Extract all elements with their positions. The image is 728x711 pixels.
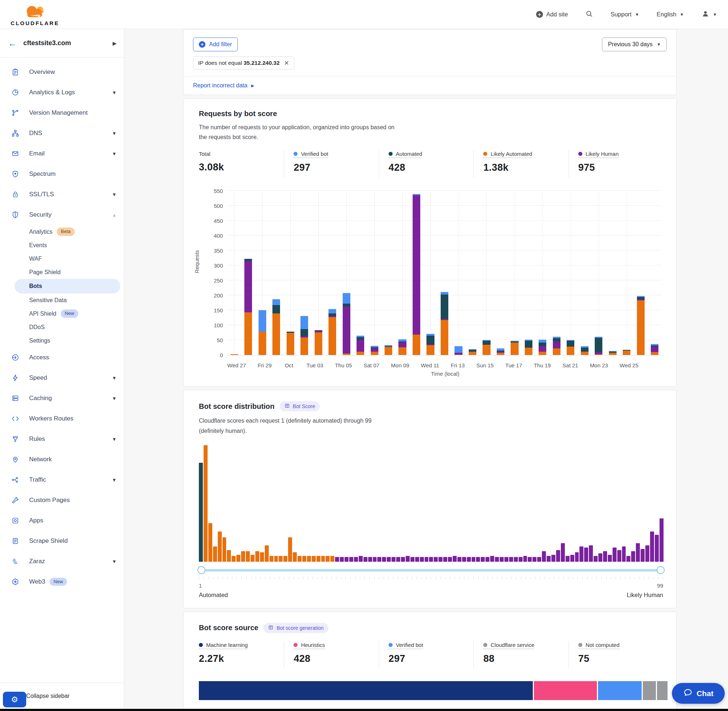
sidebar-item-waf[interactable]: WAF [0, 252, 124, 266]
bar-segment-likely-automated[interactable] [455, 355, 462, 356]
score-range-slider[interactable] [199, 566, 663, 574]
stat-label[interactable]: Machine learning [199, 642, 248, 649]
histogram-bar-score-11[interactable] [246, 551, 250, 562]
add-filter-button[interactable]: + Add filter [193, 37, 238, 51]
bar-sun-15[interactable] [480, 191, 493, 355]
histogram-bar-score-47[interactable] [415, 557, 419, 562]
histogram-bar-score-52[interactable] [439, 557, 443, 562]
histogram-bar-score-2[interactable] [204, 445, 208, 562]
bar-segment-automated[interactable] [567, 341, 574, 347]
histogram-bar-score-61[interactable] [481, 557, 485, 562]
bar-segment-automated[interactable] [553, 338, 561, 342]
sidebar-item-bots[interactable]: Bots [15, 279, 120, 294]
bar-segment-likely-automated[interactable] [637, 300, 645, 355]
histogram-bar-score-38[interactable] [373, 557, 377, 562]
bar-segment-automated[interactable] [525, 341, 532, 348]
sidebar-item-analytics-logs[interactable]: Analytics & Logs▼ [0, 82, 124, 103]
bar-segment-likely-automated[interactable] [230, 354, 238, 355]
bar-segment-likely-automated[interactable] [427, 345, 434, 355]
bar-segment-likely-automated[interactable] [609, 353, 617, 356]
bar-segment-likely-automated[interactable] [343, 354, 350, 355]
bar-segment-verified-bot[interactable] [258, 310, 266, 332]
bar-day-10[interactable] [353, 191, 367, 355]
bar-segment-likely-human[interactable] [413, 195, 420, 335]
histogram-bar-score-87[interactable] [603, 551, 607, 562]
requests-bar-chart[interactable]: Requests 0501001502002503003504004505005… [199, 186, 663, 369]
bar-day-18[interactable] [465, 191, 479, 355]
bar-segment-verified-bot[interactable] [539, 340, 546, 342]
histogram-bar-score-23[interactable] [302, 556, 306, 562]
histogram-bar-score-70[interactable] [523, 556, 527, 562]
bar-sat-07[interactable] [368, 191, 381, 355]
histogram-bar-score-35[interactable] [359, 556, 363, 562]
sidebar-item-api-shield[interactable]: API ShieldNew [0, 307, 124, 320]
histogram-bar-score-72[interactable] [532, 557, 536, 562]
bar-segment-verified-bot[interactable] [455, 346, 462, 353]
histogram-bar-score-32[interactable] [344, 557, 348, 562]
stat-label[interactable]: Likely Automated [483, 151, 532, 158]
bar-segment-likely-automated[interactable] [651, 352, 659, 355]
back-arrow-icon[interactable]: ← [8, 39, 17, 48]
histogram-bar-score-7[interactable] [227, 550, 231, 562]
bar-segment-likely-automated[interactable] [595, 354, 602, 355]
sidebar-item-traffic[interactable]: Traffic▼ [0, 470, 124, 490]
sidebar-item-rules[interactable]: Rules▼ [0, 429, 124, 449]
bar-segment-likely-human[interactable] [651, 347, 659, 352]
bot-score-histogram[interactable] [199, 445, 663, 562]
source-stacked-bar[interactable] [199, 681, 663, 700]
bar-segment-likely-human[interactable] [343, 307, 350, 354]
stat-label[interactable]: Cloudflare service [483, 642, 534, 649]
histogram-bar-score-75[interactable] [546, 556, 551, 562]
bar-day-26[interactable] [577, 191, 591, 355]
bar-segment-automated[interactable] [343, 304, 350, 306]
histogram-bar-score-63[interactable] [490, 556, 494, 562]
sidebar-item-events[interactable]: Events [0, 239, 124, 252]
bar-day-31[interactable] [648, 191, 662, 355]
histogram-bar-score-22[interactable] [298, 556, 301, 562]
histogram-bar-score-20[interactable] [288, 537, 292, 562]
bar-day-16[interactable] [437, 191, 451, 355]
sidebar-item-security[interactable]: Security▲ [0, 205, 124, 225]
histogram-bar-score-93[interactable] [631, 551, 635, 562]
bar-segment-likely-automated[interactable] [272, 313, 280, 356]
bar-day-8[interactable] [325, 191, 339, 355]
bar-segment-automated[interactable] [581, 348, 589, 352]
histogram-bar-score-15[interactable] [265, 545, 269, 562]
sidebar-item-version-management[interactable]: Version Management [0, 103, 124, 123]
stat-label[interactable]: Likely Human [578, 151, 619, 158]
support-menu[interactable]: Support▼ [610, 11, 639, 18]
histogram-bar-score-6[interactable] [223, 537, 226, 562]
bar-segment-likely-automated[interactable] [244, 312, 252, 355]
histogram-bar-score-58[interactable] [467, 557, 471, 562]
bar-thu-05[interactable] [340, 191, 353, 355]
bar-wed-25[interactable] [620, 191, 633, 355]
bar-segment-likely-automated[interactable] [469, 352, 476, 356]
histogram-bar-score-46[interactable] [411, 557, 415, 562]
histogram-bar-score-41[interactable] [387, 557, 391, 562]
histogram-bar-score-37[interactable] [368, 557, 372, 562]
bar-segment-likely-automated[interactable] [300, 338, 308, 355]
bar-segment-likely-automated[interactable] [315, 332, 322, 355]
bar-segment-verified-bot[interactable] [328, 309, 336, 313]
source-segment-heuristics[interactable] [534, 681, 597, 700]
stat-label[interactable]: Total [199, 151, 211, 158]
histogram-bar-score-28[interactable] [326, 556, 329, 562]
histogram-bar-score-56[interactable] [458, 557, 461, 562]
bar-fri-13[interactable] [452, 191, 465, 355]
sidebar-item-sensitive-data[interactable]: Sensitive Data [0, 294, 124, 307]
histogram-bar-score-40[interactable] [382, 557, 386, 562]
bar-mon-23[interactable] [592, 191, 605, 355]
histogram-bar-score-29[interactable] [330, 556, 334, 562]
histogram-bar-score-57[interactable] [462, 557, 466, 562]
histogram-bar-score-50[interactable] [429, 557, 433, 562]
bar-segment-likely-automated[interactable] [525, 348, 532, 356]
bar-day-22[interactable] [521, 191, 535, 355]
histogram-bar-score-88[interactable] [608, 555, 612, 562]
sidebar-item-email[interactable]: Email▼ [0, 143, 124, 164]
sidebar-item-ddos[interactable]: DDoS [0, 320, 124, 334]
histogram-bar-score-91[interactable] [622, 546, 626, 562]
histogram-bar-score-83[interactable] [584, 547, 588, 561]
histogram-bar-score-65[interactable] [500, 557, 504, 562]
stat-label[interactable]: Verified bot [294, 151, 328, 158]
histogram-bar-score-78[interactable] [561, 543, 565, 562]
